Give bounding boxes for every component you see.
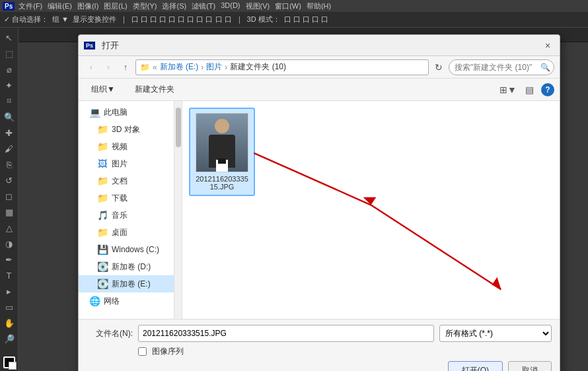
menu-file[interactable]: 文件(F) — [18, 1, 42, 11]
nav-docs-label: 文档 — [112, 176, 128, 187]
nav-pictures[interactable]: 🖼 图片 — [79, 155, 174, 172]
tool-move[interactable]: ↖ — [2, 30, 17, 45]
tool-select-rect[interactable]: ⬚ — [2, 46, 17, 61]
menu-help[interactable]: 帮助(H) — [307, 1, 331, 11]
tool-brush[interactable]: 🖌 — [2, 141, 17, 156]
person-head — [215, 119, 229, 133]
menu-layer[interactable]: 图层(L) — [104, 1, 127, 11]
new-folder-button[interactable]: 新建文件夹 — [128, 81, 182, 98]
filename-label: 文件名(N): — [87, 328, 133, 339]
auto-select-checkbox[interactable]: ✓ 自动选择： — [4, 15, 48, 24]
tool-crop[interactable]: ⌗ — [2, 94, 17, 108]
auto-select-dropdown[interactable]: 组 ▼ — [52, 15, 69, 24]
tool-path-select[interactable]: ▸ — [2, 284, 17, 298]
breadcrumb-folder-icon: 📁 — [140, 63, 150, 72]
help-button[interactable]: ? — [541, 83, 554, 96]
image-sequence-checkbox[interactable] — [138, 347, 147, 356]
dialog-titlebar: Ps 打开 × — [79, 35, 560, 56]
menu-select[interactable]: 选择(S) — [162, 1, 186, 11]
tool-text[interactable]: T — [2, 268, 17, 283]
svg-marker-1 — [363, 197, 377, 205]
menu-filter[interactable]: 滤镜(T) — [192, 1, 215, 11]
show-transform-controls[interactable]: 显示变换控件 — [73, 15, 116, 24]
filetype-select[interactable]: 所有格式 (*.*) — [439, 325, 552, 342]
dialog-content: 💻 此电脑 📁 3D 对象 📁 视频 — [79, 101, 560, 319]
folder-downloads-icon: 📁 — [97, 193, 108, 203]
nav-drive-e[interactable]: 💽 新加卷 (E:) — [79, 275, 174, 292]
nav-3d-objects[interactable]: 📁 3D 对象 — [79, 121, 174, 138]
view-icon-button[interactable]: ⊞▼ — [499, 81, 517, 98]
back-button[interactable]: ‹ — [84, 60, 98, 75]
tool-healing[interactable]: ✚ — [2, 125, 17, 140]
folder-desktop-icon: 📁 — [97, 227, 108, 238]
menu-view[interactable]: 视图(V) — [246, 1, 270, 11]
refresh-button[interactable]: ↻ — [431, 60, 446, 75]
forward-button[interactable]: › — [101, 60, 116, 75]
filename-input[interactable] — [138, 325, 434, 342]
person-body — [209, 135, 235, 168]
tool-zoom[interactable]: 🔎 — [2, 331, 17, 346]
breadcrumb-bar[interactable]: 📁 « 新加卷 (E:) › 图片 › 新建文件夹 (10) — [135, 59, 429, 75]
breadcrumb-drive[interactable]: 新加卷 (E:) — [160, 61, 199, 73]
nav-network[interactable]: 🌐 网络 — [79, 292, 174, 310]
tool-magic-wand[interactable]: ✦ — [2, 78, 17, 92]
folder-docs-icon: 📁 — [97, 176, 108, 186]
pane-button[interactable]: ▤ — [520, 81, 538, 98]
tool-hand[interactable]: ✋ — [2, 316, 17, 330]
tool-lasso[interactable]: ⌀ — [2, 62, 17, 77]
nav-documents[interactable]: 📁 文档 — [79, 172, 174, 189]
computer-icon: 💻 — [89, 107, 100, 118]
dialog-toolbar: 组织▼ 新建文件夹 ⊞▼ ▤ ? — [79, 79, 560, 101]
filename-row: 文件名(N): 所有格式 (*.*) — [87, 325, 552, 342]
person-bow — [218, 158, 226, 164]
nav-music[interactable]: 🎵 音乐 — [79, 207, 174, 224]
toolbar-right: ⊞▼ ▤ ? — [499, 81, 554, 98]
menu-type[interactable]: 类型(Y) — [133, 1, 157, 11]
breadcrumb-folder1[interactable]: 图片 — [206, 61, 222, 73]
nav-computer[interactable]: 💻 此电脑 — [79, 104, 174, 121]
svg-marker-3 — [492, 277, 501, 290]
checkbox-row: 图像序列 — [87, 346, 552, 357]
nav-desktop[interactable]: 📁 桌面 — [79, 224, 174, 241]
folder-video-icon: 📁 — [97, 141, 108, 152]
3d-mode-label: 3D 模式： — [247, 15, 280, 24]
folder-pictures-icon: 🖼 — [97, 158, 108, 169]
menu-3d[interactable]: 3D(D) — [221, 1, 240, 11]
tool-gradient[interactable]: ▦ — [2, 205, 17, 219]
tool-clone[interactable]: ⎘ — [2, 157, 17, 172]
folder-3d-icon: 📁 — [97, 124, 108, 135]
tool-eraser[interactable]: ◻ — [2, 189, 17, 203]
nav-video[interactable]: 📁 视频 — [79, 138, 174, 155]
scroll-thumb[interactable] — [176, 108, 181, 147]
foreground-color[interactable] — [3, 356, 15, 368]
tool-eyedropper[interactable]: 🔍 — [2, 110, 17, 124]
dialog-close-button[interactable]: × — [541, 39, 554, 52]
breadcrumb-sep2: › — [201, 63, 203, 72]
open-button[interactable]: 打开(O) — [448, 361, 503, 371]
nav-downloads[interactable]: 📁 下载 — [79, 189, 174, 207]
nav-scrollbar[interactable] — [174, 101, 182, 319]
file-name: 201211620333515.JPG — [194, 175, 250, 191]
nav-drive-c[interactable]: 💾 Windows (C:) — [79, 241, 174, 258]
up-button[interactable]: ↑ — [118, 60, 133, 75]
tool-pen[interactable]: ✒ — [2, 252, 17, 267]
dialog-title: 打开 — [102, 40, 537, 51]
organize-button[interactable]: 组织▼ — [84, 81, 122, 98]
file-item-jpg[interactable]: 201211620333515.JPG — [189, 108, 255, 196]
nav-drive-d[interactable]: 💽 新加卷 (D:) — [79, 258, 174, 275]
tool-blur[interactable]: △ — [2, 220, 17, 235]
menu-image[interactable]: 图像(I) — [77, 1, 98, 11]
nav-video-label: 视频 — [112, 141, 128, 152]
tool-shape[interactable]: ▭ — [2, 300, 17, 314]
cancel-button[interactable]: 取消 — [508, 361, 552, 371]
file-thumbnail — [196, 113, 248, 172]
ps-toolbox: ↖ ⬚ ⌀ ✦ ⌗ 🔍 ✚ 🖌 ⎘ ↺ ◻ ▦ △ ◑ ✒ T ▸ ▭ ✋ 🔎 — [0, 28, 18, 371]
menu-edit[interactable]: 编辑(E) — [48, 1, 72, 11]
image-sequence-label[interactable]: 图像序列 — [152, 346, 184, 357]
menu-window[interactable]: 窗口(W) — [275, 1, 301, 11]
tool-dodge[interactable]: ◑ — [2, 236, 17, 251]
tool-history-brush[interactable]: ↺ — [2, 173, 17, 187]
dialog-files-area: 201211620333515.JPG — [182, 101, 560, 319]
search-input[interactable] — [449, 59, 554, 75]
breadcrumb-current: 新建文件夹 (10) — [230, 61, 286, 73]
